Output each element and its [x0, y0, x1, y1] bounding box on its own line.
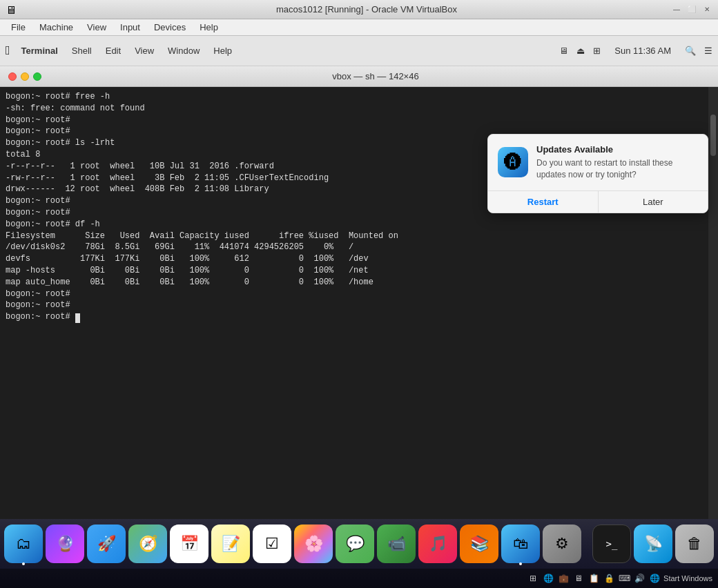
vbox-titlebar: 🖥 macos1012 [Running] - Oracle VM Virtua… — [0, 0, 718, 19]
mac-eject-icon: ⏏ — [576, 46, 585, 56]
mac-menubar:  Terminal Shell Edit View Window Help 🖥… — [0, 36, 718, 66]
taskbar-icon-7[interactable]: ⌨ — [618, 572, 630, 585]
mac-menu-help[interactable]: Help — [208, 44, 237, 57]
dock-icon-notes[interactable]: 📝 — [211, 525, 250, 563]
dock-icon-appstore[interactable]: 🛍 — [501, 525, 540, 563]
updates-description: Do you want to restart to install these … — [536, 157, 698, 181]
dock-dot-appstore — [519, 562, 522, 565]
scrollbar-thumb[interactable] — [710, 115, 716, 156]
dock-icon-safari[interactable]: 🧭 — [128, 525, 167, 563]
updates-popup: 🅐 Updates Available Do you want to resta… — [487, 134, 708, 213]
dock-icon-terminal[interactable]: >_ — [592, 525, 631, 563]
dock-icon-photos[interactable]: 🌸 — [294, 525, 333, 563]
taskbar-icon-6[interactable]: 🔒 — [603, 572, 615, 585]
taskbar-icon-4[interactable]: 🖥 — [572, 572, 585, 585]
taskbar-icon-2[interactable]: 🌐 — [542, 572, 554, 585]
updates-restart-btn[interactable]: Restart — [488, 191, 599, 213]
vbox-app-icon: 🖥 — [6, 4, 17, 15]
mac-grid-icon: ⊞ — [593, 46, 601, 56]
updates-later-btn[interactable]: Later — [599, 191, 708, 213]
mac-list-icon[interactable]: ☰ — [704, 46, 712, 56]
mac-menu-shell[interactable]: Shell — [66, 44, 97, 57]
taskbar-icon-9[interactable]: 🌐 — [648, 572, 661, 585]
vbox-menu-input[interactable]: Input — [115, 21, 146, 34]
updates-title: Updates Available — [536, 144, 698, 155]
dock-icon-airdrop[interactable]: 📡 — [634, 525, 672, 563]
taskbar-icon-3[interactable]: 💼 — [557, 572, 570, 585]
dock-icon-messages[interactable]: 💬 — [336, 525, 374, 563]
updates-app-icon: 🅐 — [498, 147, 528, 177]
vbox-maximize-btn[interactable]: ⬜ — [686, 4, 697, 15]
mac-apple-icon[interactable]:  — [6, 43, 10, 58]
terminal-cursor — [75, 313, 80, 323]
taskbar-icon-8[interactable]: 🔊 — [633, 572, 646, 585]
vbox-window-controls: — ⬜ ✕ — [671, 4, 712, 15]
terminal-wrapper: vbox — sh — 142×46 bogon:~ root# free -h… — [0, 66, 718, 519]
terminal-minimize-btn[interactable] — [21, 72, 29, 81]
vbox-menubar: File Machine View Input Devices Help — [0, 19, 718, 36]
dock-icon-facetime[interactable]: 📹 — [377, 525, 416, 563]
dock-icon-ibooks[interactable]: 📚 — [460, 525, 498, 563]
taskbar-start-text[interactable]: Start Windows — [663, 574, 712, 582]
dock-icon-syspreferences[interactable]: ⚙ — [543, 525, 581, 563]
mac-menu-edit[interactable]: Edit — [100, 44, 126, 57]
dock-row: 🗂🔮🚀🧭📅📝☑🌸💬📹🎵📚🛍⚙>_📡🗑 — [0, 519, 718, 569]
app-store-icon: 🅐 — [504, 152, 522, 173]
taskbar-bottom: ⊞ 🌐 💼 🖥 📋 🔒 ⌨ 🔊 🌐 Start Windows — [0, 569, 718, 588]
vbox-window: 🖥 macos1012 [Running] - Oracle VM Virtua… — [0, 0, 718, 519]
mac-clock: Sun 11:36 AM — [609, 44, 677, 57]
vbox-menu-help[interactable]: Help — [194, 21, 224, 34]
updates-text-content: Updates Available Do you want to restart… — [536, 144, 698, 181]
taskbar-icon-1[interactable]: ⊞ — [527, 572, 539, 585]
terminal-zoom-btn[interactable] — [33, 72, 41, 81]
updates-popup-buttons: Restart Later — [488, 190, 708, 213]
vbox-menu-devices[interactable]: Devices — [148, 21, 191, 34]
terminal-titlebar: vbox — sh — 142×46 — [0, 66, 718, 87]
vbox-menu-machine[interactable]: Machine — [34, 21, 79, 34]
dock-icon-reminders[interactable]: ☑ — [253, 525, 291, 563]
mac-menu-items: Terminal Shell Edit View Window Help — [16, 44, 238, 57]
vbox-close-btn[interactable]: ✕ — [701, 4, 712, 15]
mac-screen-share-icon: 🖥 — [559, 46, 568, 56]
mac-menu-window[interactable]: Window — [162, 44, 205, 57]
vbox-menu-file[interactable]: File — [6, 21, 31, 34]
mac-search-icon[interactable]: 🔍 — [685, 46, 696, 56]
vbox-menu-view[interactable]: View — [81, 21, 112, 34]
taskbar-icon-5[interactable]: 📋 — [588, 572, 600, 585]
terminal-title: vbox — sh — 142×46 — [41, 71, 710, 81]
vbox-minimize-btn[interactable]: — — [671, 4, 682, 15]
dock-icon-trash[interactable]: 🗑 — [675, 525, 714, 563]
mac-vm-area:  Terminal Shell Edit View Window Help 🖥… — [0, 36, 718, 519]
dock-icon-finder[interactable]: 🗂 — [4, 525, 43, 563]
dock-icon-launchpad[interactable]: 🚀 — [87, 525, 126, 563]
updates-popup-body: 🅐 Updates Available Do you want to resta… — [488, 135, 708, 190]
terminal-scrollbar[interactable] — [708, 87, 718, 519]
dock-icon-calendar[interactable]: 📅 — [170, 525, 208, 563]
mac-menu-right: 🖥 ⏏ ⊞ Sun 11:36 AM 🔍 ☰ — [559, 44, 712, 57]
taskbar: 🗂🔮🚀🧭📅📝☑🌸💬📹🎵📚🛍⚙>_📡🗑 ⊞ 🌐 💼 🖥 📋 🔒 ⌨ 🔊 🌐 Sta… — [0, 519, 718, 588]
mac-menu-view[interactable]: View — [129, 44, 159, 57]
dock-dot-finder — [22, 562, 25, 565]
terminal-traffic-lights — [8, 72, 41, 81]
terminal-close-btn[interactable] — [8, 72, 17, 81]
mac-menu-terminal[interactable]: Terminal — [16, 44, 64, 57]
dock-icon-siri[interactable]: 🔮 — [46, 525, 84, 563]
dock-icon-music[interactable]: 🎵 — [418, 525, 457, 563]
vbox-title: macos1012 [Running] - Oracle VM VirtualB… — [21, 4, 712, 14]
